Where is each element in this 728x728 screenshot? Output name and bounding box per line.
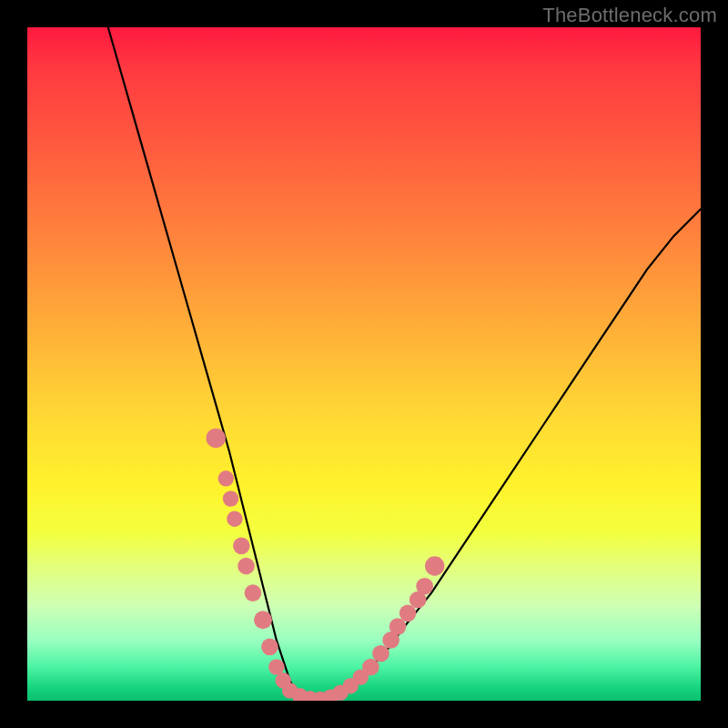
marker-dot — [372, 645, 389, 662]
bottleneck-curve — [108, 27, 701, 701]
marker-dot — [399, 605, 417, 622]
marker-dot — [416, 578, 433, 595]
marker-dot — [223, 490, 238, 506]
marker-dot — [362, 659, 379, 676]
marker-dots-group — [207, 429, 445, 701]
marker-dot — [227, 511, 242, 527]
marker-dot — [238, 558, 255, 575]
watermark-text: TheBottleneck.com — [542, 4, 717, 27]
marker-dot — [233, 538, 250, 555]
chart-frame: TheBottleneck.com — [0, 0, 728, 728]
marker-dot — [261, 639, 278, 656]
curve-layer — [27, 27, 701, 701]
marker-dot — [218, 470, 234, 486]
plot-area — [27, 27, 701, 701]
marker-dot — [245, 584, 262, 602]
marker-dot — [254, 611, 272, 629]
marker-dot — [268, 659, 284, 674]
marker-dot — [389, 618, 407, 635]
marker-dot — [207, 429, 226, 448]
marker-dot — [425, 556, 444, 575]
